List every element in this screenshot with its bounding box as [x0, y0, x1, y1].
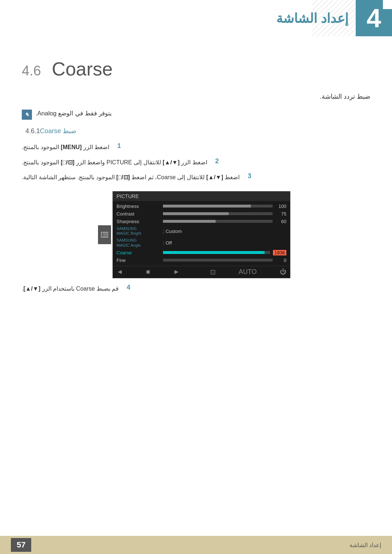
fine-bar-bg	[163, 259, 273, 262]
brightness-bar-container	[163, 205, 273, 208]
step-text-4: قم بضبط Coarse باستخدام الزر [▼/▲].	[22, 284, 119, 294]
contrast-bar-bg	[163, 212, 273, 215]
footer: 57 إعداد الشاشة	[0, 536, 392, 554]
step-number-4: 4	[123, 284, 130, 291]
magic-bright-label: SAMSUNGMAGIC Bright	[117, 226, 160, 236]
step-1: 1 اضغط الزر [MENU] الموجود بالمنتج.	[22, 142, 370, 152]
step-4: 4 قم بضبط Coarse باستخدام الزر [▼/▲].	[22, 284, 370, 294]
sharpness-bar-container	[163, 220, 273, 223]
menu-item-magic-bright: SAMSUNGMAGIC Bright : Custom	[113, 225, 290, 237]
contrast-label: Contrast	[117, 211, 160, 217]
monitor-side-icon	[98, 225, 111, 244]
step-number-1: 1	[114, 142, 121, 150]
step-number-3: 3	[244, 172, 251, 180]
section-header: Coarse 4.6	[22, 58, 370, 80]
icon-stop: ■	[146, 268, 150, 276]
fine-label: Fine	[117, 258, 160, 263]
magic-bright-value: : Custom	[163, 229, 182, 234]
coarse-bar-container	[163, 251, 270, 254]
icon-left: ◄	[117, 268, 123, 276]
icon-enter: ⊡	[210, 268, 216, 276]
menu-title-text: PICTURE	[117, 193, 139, 199]
chapter-title: إعداد الشاشة	[276, 11, 348, 26]
menu-item-fine: Fine 0	[113, 257, 290, 264]
brightness-bar-fill	[163, 205, 251, 208]
menu-item-brightness: Brightness 100	[113, 202, 290, 210]
icon-auto: AUTO	[239, 268, 257, 276]
monitor-icon-symbol	[101, 232, 108, 238]
sharpness-label: Sharpness	[117, 219, 160, 224]
step-text-1: اضغط الزر [MENU] الموجود بالمنتج.	[22, 142, 109, 152]
coarse-value: 1936	[273, 250, 286, 255]
menu-title-bar: PICTURE	[113, 192, 290, 201]
chapter-number: 4	[367, 5, 381, 31]
picture-menu: PICTURE Brightness 100 Contrast	[113, 191, 290, 278]
menu-item-coarse: Coarse 1936	[113, 249, 290, 257]
note-icon-symbol: ✎	[25, 112, 29, 118]
contrast-value: 75	[275, 211, 286, 217]
step-text-2: اضغط الزر [▼/▲] للانتقال إلى PICTURE واض…	[22, 157, 207, 167]
main-content: Coarse 4.6 ضبط تردد الشاشة. يتوفر فقط في…	[0, 51, 392, 330]
contrast-bar-container	[163, 212, 273, 215]
chapter-number-box: 4	[356, 0, 392, 36]
menu-screenshot-wrapper: PICTURE Brightness 100 Contrast	[98, 191, 294, 278]
step-3: 3 اضغط [▼/▲] للانتقال إلى Coarse، ثم اضغ…	[22, 172, 370, 182]
subsection-title: ضبط Coarse	[40, 127, 76, 135]
brightness-label: Brightness	[117, 204, 160, 209]
coarse-bar-bg	[163, 251, 270, 254]
description-text: ضبط تردد الشاشة.	[22, 91, 370, 102]
subsection-header: ضبط Coarse 4.6.1	[22, 127, 370, 135]
brightness-value: 100	[275, 204, 286, 209]
sharpness-bar-bg	[163, 220, 273, 223]
footer-page-number: 57	[11, 538, 31, 552]
step-text-3: اضغط [▼/▲] للانتقال إلى Coarse، ثم اضغط …	[22, 172, 240, 182]
magic-angle-value: : Off	[163, 240, 172, 246]
coarse-label: Coarse	[117, 250, 160, 255]
fine-bar-container	[163, 259, 273, 262]
note-icon: ✎	[22, 110, 32, 120]
menu-item-sharpness: Sharpness 60	[113, 218, 290, 225]
brightness-bar-bg	[163, 205, 273, 208]
step-2: 2 اضغط الزر [▼/▲] للانتقال إلى PICTURE و…	[22, 157, 370, 167]
menu-item-contrast: Contrast 75	[113, 210, 290, 218]
subsection-number: 4.6.1	[25, 127, 40, 135]
sharpness-bar-fill	[163, 220, 216, 223]
magic-angle-label: SAMSUNGMAGIC Angle	[117, 238, 160, 247]
icon-right: ►	[173, 268, 180, 276]
fine-value: 0	[275, 258, 286, 263]
sharpness-value: 60	[275, 219, 286, 224]
coarse-bar-fill	[163, 251, 265, 254]
menu-item-magic-angle: SAMSUNGMAGIC Angle : Off	[113, 237, 290, 249]
icon-power: ⏻	[280, 268, 286, 276]
footer-page-label: إعداد الشاشة	[350, 542, 381, 549]
note-text: يتوفر فقط في الوضع Analog.	[36, 110, 112, 117]
section-title: Coarse	[52, 58, 113, 80]
section-number: 4.6	[22, 63, 41, 79]
bottom-icons-bar: ◄ ■ ► ⊡ AUTO ⏻	[113, 266, 290, 278]
steps-container: 1 اضغط الزر [MENU] الموجود بالمنتج. 2 اض…	[22, 142, 370, 182]
step-number-2: 2	[212, 157, 219, 165]
contrast-bar-fill	[163, 212, 229, 215]
note-box: يتوفر فقط في الوضع Analog. ✎	[22, 110, 370, 120]
header: إعداد الشاشة 4	[0, 0, 392, 44]
